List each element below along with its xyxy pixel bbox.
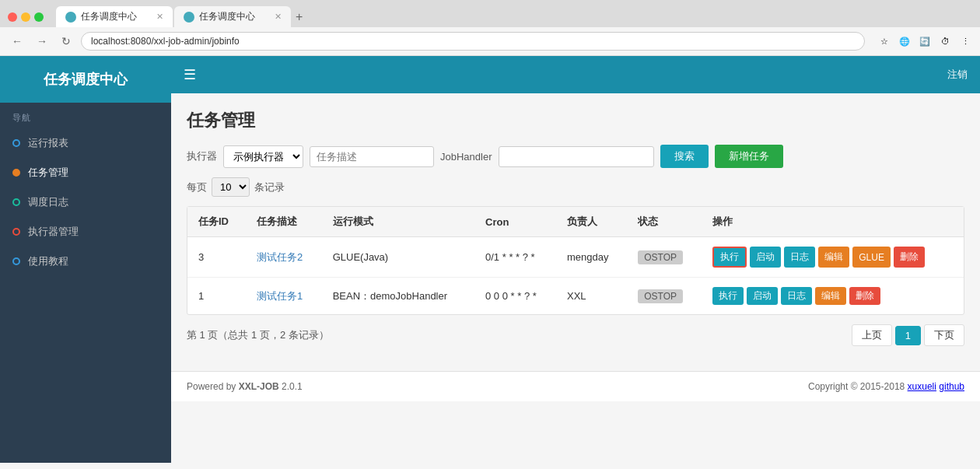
close-dot[interactable] bbox=[8, 12, 17, 22]
executor-label: 执行器 bbox=[187, 149, 217, 163]
sidebar-item-executors[interactable]: 执行器管理 bbox=[0, 217, 171, 247]
main-content: ☰ 注销 任务管理 执行器 示例执行器 JobHandler 搜索 新增任务 每… bbox=[171, 56, 980, 463]
tab-1[interactable]: 任务调度中心 ✕ bbox=[56, 6, 173, 27]
job-table-wrapper: 任务ID 任务描述 运行模式 Cron 负责人 状态 操作 3 bbox=[187, 206, 964, 315]
status-badge-1: OSTOP bbox=[638, 250, 683, 264]
cell-mode-1: GLUE(Java) bbox=[322, 237, 474, 278]
job-desc-link-2[interactable]: 测试任务1 bbox=[257, 290, 303, 302]
sidebar-dot-reports bbox=[12, 139, 20, 147]
app-container: 任务调度中心 导航 运行报表 任务管理 调度日志 执行器管理 使用教程 ☰ 注销 bbox=[0, 56, 980, 463]
new-tab-button[interactable]: + bbox=[296, 6, 303, 27]
copyright-text: Copyright © 2015-2018 bbox=[808, 381, 905, 392]
pagination-buttons: 上页 1 下页 bbox=[852, 324, 964, 346]
cell-id-2: 1 bbox=[187, 278, 246, 315]
cell-owner-2: XXL bbox=[556, 278, 627, 315]
sidebar-item-jobs[interactable]: 任务管理 bbox=[0, 158, 171, 187]
action-buttons-2: 执行 启动 日志 编辑 删除 bbox=[712, 287, 953, 305]
menu-icon[interactable]: ⋮ bbox=[958, 34, 972, 48]
tab-1-close[interactable]: ✕ bbox=[156, 12, 163, 22]
minimize-dot[interactable] bbox=[21, 12, 30, 22]
cell-desc-1: 测试任务2 bbox=[246, 237, 322, 278]
table-row: 1 测试任务1 BEAN：demoJobHandler 0 0 0 * * ? … bbox=[187, 278, 964, 315]
col-status: 状态 bbox=[627, 207, 702, 237]
extension-icon-3[interactable]: ⏱ bbox=[938, 34, 952, 48]
edit-button-2[interactable]: 编辑 bbox=[815, 287, 846, 305]
browser-chrome: 任务调度中心 ✕ 任务调度中心 ✕ + ← → ↻ ☆ 🌐 🔄 ⏱ ⋮ bbox=[0, 0, 980, 56]
col-cron: Cron bbox=[474, 207, 556, 237]
search-button[interactable]: 搜索 bbox=[660, 145, 709, 168]
cell-id-1: 3 bbox=[187, 237, 246, 278]
executor-select[interactable]: 示例执行器 bbox=[223, 145, 303, 168]
cell-cron-1: 0/1 * * * ? * bbox=[474, 237, 556, 278]
cell-actions-2: 执行 启动 日志 编辑 删除 bbox=[702, 278, 964, 315]
back-button[interactable]: ← bbox=[8, 33, 26, 49]
desc-input[interactable] bbox=[310, 146, 434, 167]
delete-button-1[interactable]: 删除 bbox=[894, 247, 925, 268]
sidebar-item-logs[interactable]: 调度日志 bbox=[0, 187, 171, 217]
footer: Powered by XXL-JOB 2.0.1 Copyright © 201… bbox=[171, 371, 980, 401]
col-desc: 任务描述 bbox=[246, 207, 322, 237]
col-actions: 操作 bbox=[702, 207, 964, 237]
extension-icon-2[interactable]: 🔄 bbox=[918, 34, 932, 48]
sidebar-dot-logs bbox=[12, 198, 20, 206]
sidebar-item-reports-label: 运行报表 bbox=[28, 136, 68, 150]
start-button-1[interactable]: 启动 bbox=[750, 247, 781, 268]
tab-2[interactable]: 任务调度中心 ✕ bbox=[174, 6, 291, 27]
glue-button-1[interactable]: GLUE bbox=[852, 247, 891, 268]
hamburger-icon[interactable]: ☰ bbox=[184, 66, 196, 83]
new-job-button[interactable]: 新增任务 bbox=[715, 145, 783, 168]
next-page-button[interactable]: 下页 bbox=[924, 324, 964, 346]
browser-toolbar-icons: ☆ 🌐 🔄 ⏱ ⋮ bbox=[877, 34, 972, 48]
window-controls bbox=[8, 12, 44, 22]
sidebar-dot-executors bbox=[12, 228, 20, 236]
footer-link-github[interactable]: github bbox=[939, 381, 964, 392]
sidebar-item-tutorial[interactable]: 使用教程 bbox=[0, 247, 171, 276]
page-1-button[interactable]: 1 bbox=[895, 326, 921, 345]
footer-link-xuxueli[interactable]: xuxueli bbox=[908, 381, 936, 392]
log-button-2[interactable]: 日志 bbox=[781, 287, 812, 305]
sidebar-dot-jobs bbox=[12, 169, 20, 177]
tab-2-close[interactable]: ✕ bbox=[275, 12, 282, 22]
pagesize-prefix: 每页 bbox=[187, 180, 207, 194]
handler-input[interactable] bbox=[499, 146, 654, 167]
logout-button[interactable]: 注销 bbox=[947, 68, 968, 82]
exec-button-1[interactable]: 执行 bbox=[712, 247, 747, 268]
sidebar: 任务调度中心 导航 运行报表 任务管理 调度日志 执行器管理 使用教程 bbox=[0, 56, 171, 463]
delete-button-2[interactable]: 删除 bbox=[849, 287, 880, 305]
address-bar[interactable] bbox=[81, 32, 865, 51]
extension-icon-1[interactable]: 🌐 bbox=[898, 34, 912, 48]
tab-2-label: 任务调度中心 bbox=[199, 10, 255, 23]
edit-button-1[interactable]: 编辑 bbox=[818, 247, 849, 268]
sidebar-dot-tutorial bbox=[12, 257, 20, 265]
cell-owner-1: mengday bbox=[556, 237, 627, 278]
start-button-2[interactable]: 启动 bbox=[747, 287, 778, 305]
exec-button-2[interactable]: 执行 bbox=[712, 287, 744, 305]
maximize-dot[interactable] bbox=[34, 12, 44, 22]
sidebar-header: 任务调度中心 bbox=[0, 56, 171, 103]
reload-button[interactable]: ↻ bbox=[58, 33, 75, 49]
job-desc-link-1[interactable]: 测试任务2 bbox=[257, 251, 303, 263]
prev-page-button[interactable]: 上页 bbox=[852, 324, 892, 346]
browser-toolbar: ← → ↻ ☆ 🌐 🔄 ⏱ ⋮ bbox=[0, 27, 980, 56]
powered-version: 2.0.1 bbox=[279, 381, 303, 392]
cell-mode-2: BEAN：demoJobHandler bbox=[322, 278, 474, 315]
cell-desc-2: 测试任务1 bbox=[246, 278, 322, 315]
log-button-1[interactable]: 日志 bbox=[784, 247, 815, 268]
tab-1-icon bbox=[65, 12, 76, 23]
app-title: 任务调度中心 bbox=[44, 72, 128, 87]
col-mode: 运行模式 bbox=[322, 207, 474, 237]
col-id: 任务ID bbox=[187, 207, 246, 237]
tab-1-label: 任务调度中心 bbox=[81, 10, 137, 23]
page-title: 任务管理 bbox=[187, 109, 964, 132]
handler-label: JobHandler bbox=[440, 151, 492, 163]
sidebar-item-executors-label: 执行器管理 bbox=[28, 225, 79, 239]
top-bar: ☰ 注销 bbox=[171, 56, 980, 93]
filter-bar: 执行器 示例执行器 JobHandler 搜索 新增任务 bbox=[187, 145, 964, 168]
sidebar-item-reports[interactable]: 运行报表 bbox=[0, 128, 171, 158]
content-area: 任务管理 执行器 示例执行器 JobHandler 搜索 新增任务 每页 10 … bbox=[171, 93, 980, 371]
sidebar-item-tutorial-label: 使用教程 bbox=[28, 254, 68, 268]
bookmark-icon[interactable]: ☆ bbox=[877, 34, 891, 48]
pagesize-select[interactable]: 10 20 50 bbox=[212, 177, 250, 197]
browser-titlebar: 任务调度中心 ✕ 任务调度中心 ✕ + bbox=[0, 0, 980, 27]
forward-button[interactable]: → bbox=[33, 33, 51, 49]
